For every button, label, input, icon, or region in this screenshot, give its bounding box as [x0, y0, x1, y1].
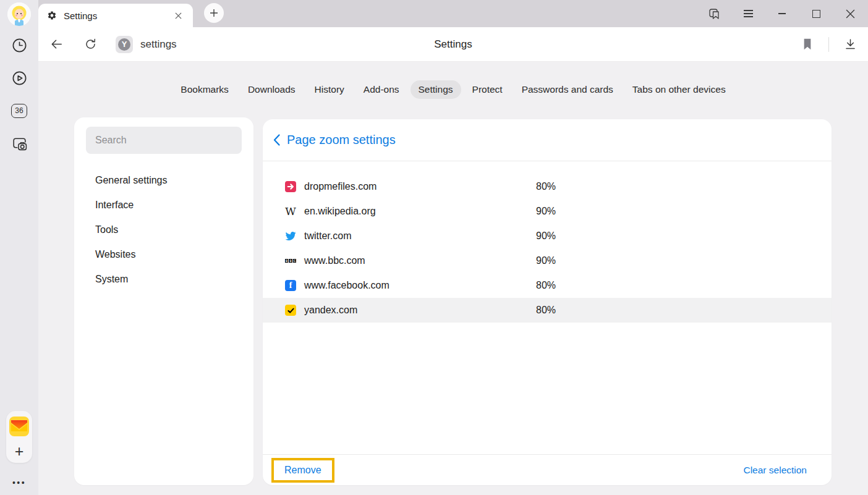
tab-bookmarks[interactable]: Bookmarks: [172, 80, 237, 99]
site-zoom-value: 80%: [536, 181, 556, 192]
maximize-icon[interactable]: [809, 7, 823, 20]
zoom-panel-title: Page zoom settings: [287, 133, 396, 147]
url-text: settings: [140, 38, 177, 51]
new-tab-button[interactable]: [204, 3, 224, 23]
site-row-wikipedia[interactable]: W en.wikipedia.org 90%: [263, 199, 832, 224]
settings-nav-tabs: Bookmarks Downloads History Add-ons Sett…: [38, 80, 868, 99]
settings-sidebar-panel: General settings Interface Tools Website…: [74, 117, 253, 485]
tab-passwords[interactable]: Passwords and cards: [514, 80, 621, 99]
page-zoom-panel: Page zoom settings dropmefiles.com 80% W…: [263, 119, 832, 485]
history-clock-icon[interactable]: [11, 36, 28, 54]
site-zoom-value: 80%: [536, 280, 556, 291]
avatar-girl-icon: [7, 2, 31, 26]
sidebar-item-general-settings[interactable]: General settings: [74, 168, 253, 193]
settings-section-list: General settings Interface Tools Website…: [74, 168, 253, 292]
media-play-icon[interactable]: [11, 69, 28, 87]
window-controls: [687, 0, 868, 27]
gear-icon: [47, 11, 57, 20]
download-icon[interactable]: [841, 35, 859, 54]
back-arrow-icon[interactable]: [47, 35, 66, 54]
close-icon[interactable]: [843, 7, 857, 20]
site-name: dropmefiles.com: [304, 181, 377, 192]
reload-icon[interactable]: [81, 35, 100, 54]
site-row-twitter[interactable]: twitter.com 90%: [263, 224, 832, 248]
menu-icon[interactable]: [741, 7, 755, 20]
site-name: www.bbc.com: [304, 255, 365, 266]
screenshot-icon[interactable]: [11, 135, 28, 152]
browser-tab-settings[interactable]: Settings: [38, 4, 193, 27]
site-zoom-value: 90%: [536, 231, 556, 242]
more-dots-icon[interactable]: •••: [12, 478, 26, 488]
tab-downloads[interactable]: Downloads: [240, 80, 304, 99]
address-toolbar: Y settings Settings: [38, 27, 868, 62]
tab-history[interactable]: History: [307, 80, 352, 99]
rail-icon-group: 36: [11, 36, 28, 152]
zoom-site-list: dropmefiles.com 80% W en.wikipedia.org 9…: [263, 161, 832, 323]
rail-apps-container: +: [6, 411, 32, 463]
yandex-badge-icon: Y: [116, 36, 133, 53]
tab-protect[interactable]: Protect: [464, 80, 511, 99]
tabs-counter[interactable]: 36: [11, 102, 28, 119]
sidebar-item-interface[interactable]: Interface: [74, 193, 253, 218]
clear-selection-link[interactable]: Clear selection: [743, 465, 807, 476]
minimize-icon[interactable]: [775, 7, 789, 20]
add-widget-plus-icon[interactable]: +: [15, 444, 24, 459]
site-row-facebook[interactable]: f www.facebook.com 80%: [263, 273, 832, 298]
bookmark-icon[interactable]: [798, 35, 817, 54]
tab-addons[interactable]: Add-ons: [355, 80, 407, 99]
dropmefiles-favicon: [285, 181, 296, 192]
profile-avatar[interactable]: [7, 2, 31, 26]
sidebar-item-tools[interactable]: Tools: [74, 218, 253, 242]
site-name: www.facebook.com: [304, 280, 389, 291]
settings-content: Bookmarks Downloads History Add-ons Sett…: [38, 62, 868, 495]
site-row-bbc[interactable]: BBC www.bbc.com 90%: [263, 248, 832, 273]
tab-title: Settings: [64, 11, 172, 21]
facebook-favicon: f: [285, 280, 296, 291]
tab-settings[interactable]: Settings: [411, 80, 461, 99]
yandex-letter: Y: [118, 38, 130, 51]
site-name: twitter.com: [304, 231, 351, 242]
sidebar-item-websites[interactable]: Websites: [74, 242, 253, 267]
bbc-favicon: BBC: [285, 255, 296, 266]
plus-icon: [210, 9, 218, 17]
site-row-dropmefiles[interactable]: dropmefiles.com 80%: [263, 174, 832, 199]
zoom-list-footer: Remove Clear selection: [263, 454, 832, 485]
chevron-left-icon: [273, 133, 281, 146]
toolbar-divider: [828, 37, 829, 52]
remove-button[interactable]: Remove: [271, 458, 334, 483]
site-zoom-value: 80%: [536, 305, 556, 316]
tab-close-icon[interactable]: [172, 9, 184, 22]
browser-window: 36: [0, 0, 868, 495]
checked-checkbox-icon[interactable]: [285, 305, 296, 316]
left-rail: 36: [0, 0, 38, 495]
search-box: [86, 127, 242, 154]
tab-other-devices[interactable]: Tabs on other devices: [624, 80, 734, 99]
panels-icon[interactable]: [707, 7, 721, 20]
site-name: en.wikipedia.org: [304, 206, 376, 217]
yandex-mail-icon[interactable]: [9, 417, 29, 439]
zoom-settings-back-header[interactable]: Page zoom settings: [263, 119, 832, 161]
site-row-yandex-selected[interactable]: yandex.com 80%: [263, 298, 832, 323]
rail-bottom-group: + •••: [6, 411, 32, 488]
site-name: yandex.com: [304, 305, 357, 316]
tab-count-badge: 36: [11, 104, 27, 118]
toolbar-right-group: [798, 35, 859, 54]
tab-strip: Settings: [38, 0, 868, 27]
url-chip[interactable]: Y settings: [116, 36, 177, 53]
wikipedia-favicon: W: [285, 206, 296, 217]
list-empty-space: [263, 323, 832, 454]
site-zoom-value: 90%: [536, 206, 556, 217]
twitter-favicon: [285, 231, 296, 242]
search-input[interactable]: [95, 135, 232, 146]
site-zoom-value: 90%: [536, 255, 556, 266]
sidebar-item-system[interactable]: System: [74, 267, 253, 292]
